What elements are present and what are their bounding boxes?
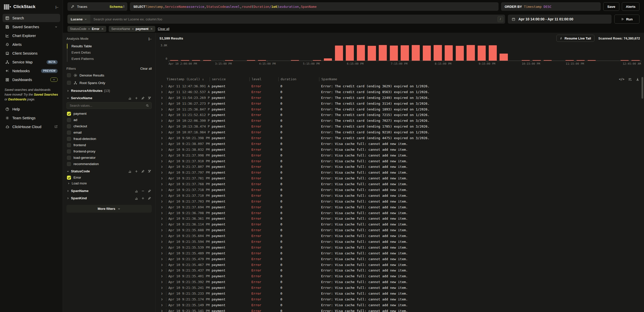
table-row[interactable]: ❯ Apr 10 11:36:27.273 PM payment Error 0…	[160, 101, 644, 106]
row-expand-icon[interactable]: ❯	[160, 298, 166, 301]
col-duration[interactable]: duration	[278, 77, 319, 81]
root-spans-toggle[interactable]: Root Spans Only	[66, 79, 152, 87]
row-expand-icon[interactable]: ❯	[160, 108, 166, 111]
row-expand-icon[interactable]: ❯	[160, 154, 166, 157]
row-expand-icon[interactable]: ❯	[160, 125, 166, 128]
table-row[interactable]: ❯ Apr 11 12:47:36.991 AM payment Error 0…	[160, 83, 644, 89]
row-expand-icon[interactable]: ❯	[160, 148, 166, 151]
table-row[interactable]: ❯ Apr 10 9:50:21.398 PM payment Error 0 …	[160, 135, 644, 141]
facet-value-row[interactable]: load-generator	[66, 154, 152, 161]
sidebar-item-help[interactable]: Help	[3, 105, 60, 113]
sidebar-item-saved-searches[interactable]: Saved Searches	[3, 23, 60, 31]
denoise-results-toggle[interactable]: Denoise Results	[66, 71, 152, 79]
facet-value-row[interactable]: ad	[66, 117, 152, 123]
table-row[interactable]: ❯ Apr 10 9:21:37.718 PM payment Error 0 …	[160, 187, 644, 193]
facet-checkbox[interactable]	[67, 118, 71, 122]
table-row[interactable]: ❯ Apr 10 10:07:16.984 PM payment Error 0…	[160, 129, 644, 135]
facet-value-row[interactable]: frontend	[66, 142, 152, 148]
table-row[interactable]: ❯ Apr 10 11:54:23.269 PM payment Error 0…	[160, 95, 644, 101]
search-input[interactable]	[90, 17, 498, 21]
dashboards-expand-button[interactable]	[50, 77, 58, 82]
row-expand-icon[interactable]: ❯	[160, 200, 166, 203]
col-level[interactable]: level	[249, 77, 278, 81]
facet-value-row[interactable]: email	[66, 129, 152, 136]
row-expand-icon[interactable]: ❯	[160, 102, 166, 105]
chart-facet-icon[interactable]	[135, 197, 138, 200]
facet-value-row[interactable]: fraud-detection	[66, 136, 152, 142]
clear-all-filters-link[interactable]: Clear all	[158, 27, 169, 31]
add-filter-icon[interactable]	[135, 96, 138, 100]
table-row[interactable]: ❯ Apr 10 9:21:35.401 PM payment Error 0 …	[160, 273, 644, 279]
facet-checkbox[interactable]	[67, 156, 71, 160]
table-row[interactable]: ❯ Apr 10 9:21:37.703 PM payment Error 0 …	[160, 199, 644, 204]
row-expand-icon[interactable]: ❯	[160, 228, 166, 232]
facet-value-row[interactable]: payment	[66, 110, 152, 117]
table-row[interactable]: ❯ Apr 10 9:21:37.807 PM payment Error 0 …	[160, 164, 644, 170]
table-row[interactable]: ❯ Apr 10 11:21:52.612 PM payment Error 0…	[160, 112, 644, 118]
row-expand-icon[interactable]: ❯	[160, 280, 166, 284]
table-row[interactable]: ❯ Apr 10 9:21:35.392 PM payment Error 0 …	[160, 279, 644, 285]
sidebar-item-clickhouse-cloud[interactable]: ClickHouse Cloud	[3, 123, 60, 131]
row-expand-icon[interactable]: ❯	[160, 96, 166, 99]
sidebar-item-team-settings[interactable]: Team Settings	[3, 114, 60, 122]
remove-filter-icon[interactable]	[141, 189, 145, 193]
span-kind-group[interactable]: SpanKind	[66, 194, 152, 201]
exclude-filter-icon[interactable]	[148, 96, 151, 100]
filters-clear-all-link[interactable]: Clear all	[140, 67, 152, 70]
table-row[interactable]: ❯ Apr 10 9:21:37.797 PM payment Error 0 …	[160, 170, 644, 175]
table-row[interactable]: ❯ Apr 11 12:46:32.537 AM payment Error 0…	[160, 89, 644, 95]
facet-checkbox[interactable]	[67, 149, 71, 153]
sidebar-item-dashboards[interactable]: Dashboards	[3, 75, 60, 84]
facet-value-row[interactable]: frontend-proxy	[66, 148, 152, 154]
source-selector[interactable]: Traces Schema ▴▾	[67, 2, 127, 11]
table-row[interactable]: ❯ Apr 10 9:21:37.910 PM payment Error 0 …	[160, 158, 644, 164]
table-row[interactable]: ❯ Apr 10 9:21:37.694 PM payment Error 0 …	[160, 204, 644, 210]
code-view-icon[interactable]: </>	[619, 77, 624, 81]
row-expand-icon[interactable]: ❯	[160, 177, 166, 180]
exclude-filter-icon[interactable]	[148, 170, 151, 173]
row-expand-icon[interactable]: ❯	[160, 188, 166, 191]
table-row[interactable]: ❯ Apr 10 9:21:35.233 PM payment Error 0 …	[160, 291, 644, 296]
facet-value-row[interactable]: recommendation	[66, 161, 152, 167]
dashboards-link[interactable]: Dashboards	[8, 98, 26, 101]
pin-icon[interactable]	[141, 96, 145, 100]
service-name-group[interactable]: ServiceName	[66, 94, 152, 101]
histogram-plot[interactable]	[169, 45, 641, 61]
results-histogram[interactable]: 3.8K 0 Apr 10 2:00:00 PM3:15:00 PM4:15:0…	[160, 44, 641, 65]
load-more-button[interactable]: Load more	[66, 181, 152, 187]
row-expand-icon[interactable]: ❯	[160, 113, 166, 116]
row-expand-icon[interactable]: ❯	[160, 90, 166, 94]
row-expand-icon[interactable]: ❯	[160, 263, 166, 266]
run-button[interactable]: Run	[614, 15, 639, 24]
table-row[interactable]: ❯ Apr 10 9:21:38.097 PM payment Error 0 …	[160, 141, 644, 147]
filter-chip[interactable]: ServiceName = payment ✕	[109, 26, 155, 32]
row-expand-icon[interactable]: ❯	[160, 257, 166, 261]
row-expand-icon[interactable]: ❯	[160, 309, 166, 312]
table-row[interactable]: ❯ Apr 10 9:21:37.998 PM payment Error 0 …	[160, 152, 644, 158]
row-expand-icon[interactable]: ❯	[160, 131, 166, 134]
row-expand-icon[interactable]: ❯	[160, 246, 166, 249]
row-expand-icon[interactable]: ❯	[160, 165, 166, 168]
status-code-group[interactable]: StatusCode	[66, 167, 152, 174]
col-spanname[interactable]: SpanName	[319, 77, 611, 81]
sidebar-item-chart-explorer[interactable]: Chart Explorer	[3, 31, 60, 40]
chart-facet-icon[interactable]	[128, 96, 132, 100]
chart-facet-icon[interactable]	[135, 189, 138, 193]
table-row[interactable]: ❯ Apr 10 9:21:36.708 PM payment Error 0 …	[160, 210, 644, 216]
row-expand-icon[interactable]: ❯	[160, 303, 166, 307]
facet-checkbox[interactable]	[67, 162, 71, 166]
row-expand-icon[interactable]: ❯	[160, 119, 166, 122]
table-row[interactable]: ❯ Apr 10 9:21:37.710 PM payment Error 0 …	[160, 193, 644, 199]
order-by-input[interactable]: ORDER BY Timestamp DESC	[501, 2, 601, 11]
table-row[interactable]: ❯ Apr 10 9:21:35.688 PM payment Error 0 …	[160, 227, 644, 233]
facet-checkbox[interactable]	[67, 131, 71, 135]
filter-chip[interactable]: StatusCode = Error ✕	[67, 26, 106, 32]
table-row[interactable]: ❯ Apr 10 9:21:36.361 PM payment Error 0 …	[160, 216, 644, 221]
row-expand-icon[interactable]: ❯	[160, 182, 166, 186]
denoise-checkbox[interactable]	[67, 73, 71, 77]
pin-icon[interactable]	[148, 189, 151, 193]
row-expand-icon[interactable]: ❯	[160, 240, 166, 243]
table-row[interactable]: ❯ Apr 10 9:21:36.114 PM payment Error 0 …	[160, 221, 644, 227]
table-row[interactable]: ❯ Apr 10 9:21:35.467 PM payment Error 0 …	[160, 262, 644, 268]
row-expand-icon[interactable]: ❯	[160, 142, 166, 145]
